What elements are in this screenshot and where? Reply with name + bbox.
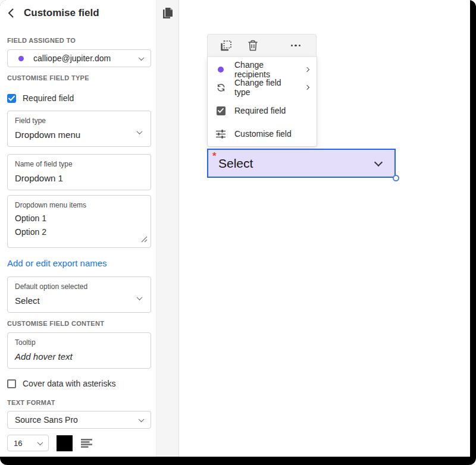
checkbox-checked-icon [7, 94, 16, 103]
default-option-select[interactable]: Default option selected Select [7, 277, 151, 313]
menu-item-change-field-type[interactable]: Change field type [208, 78, 317, 96]
copy-pages-icon[interactable] [160, 5, 176, 21]
chevron-down-icon [37, 439, 43, 445]
panel-header: Customise field [7, 0, 151, 20]
section-customise-field-type: CUSTOMISE FIELD TYPE [7, 74, 151, 81]
tooltip-placeholder: Add hover text [15, 351, 143, 362]
font-family-value: Source Sans Pro [15, 415, 78, 425]
font-size-value: 16 [14, 439, 22, 448]
recipient-color-dot [18, 56, 24, 61]
required-field-label: Required field [23, 93, 74, 103]
default-option-label: Default option selected [15, 282, 143, 291]
duplicate-selection-icon[interactable] [220, 39, 232, 52]
tooltip-input[interactable]: Tooltip Add hover text [7, 332, 151, 369]
menu-item-required-field[interactable]: Required field [208, 102, 317, 120]
field-name-input[interactable]: Name of field type Dropdown 1 [7, 154, 151, 190]
checked-checkbox-icon [215, 106, 226, 115]
cover-data-checkbox[interactable]: Cover data with asterisks [7, 379, 151, 388]
dropdown-field[interactable]: * Select [207, 149, 396, 178]
default-option-value: Select [15, 296, 143, 306]
checkbox-unchecked-icon [7, 379, 16, 388]
field-type-label: Field type [15, 117, 143, 125]
required-field-checkbox[interactable]: Required field [7, 93, 151, 103]
menu-item-label: Change recipients [234, 60, 297, 79]
font-style-row: 16 [7, 435, 151, 451]
required-marker: * [212, 150, 217, 162]
field-name-value: Dropdown 1 [15, 173, 143, 183]
section-field-assigned-to: FIELD ASSIGNED TO [7, 37, 151, 44]
menu-item-customise-field[interactable]: Customise field [208, 125, 317, 143]
recipient-select[interactable]: calliope@jupiter.dom [7, 49, 151, 67]
export-names-link[interactable]: Add or edit export names [7, 258, 151, 268]
customise-field-panel: Customise field FIELD ASSIGNED TO callio… [0, 0, 156, 457]
menu-items-textarea[interactable]: Dropdown menu items Option 1 Option 2 [7, 195, 151, 248]
font-family-select[interactable]: Source Sans Pro [7, 411, 151, 429]
dropdown-field-value: Select [218, 156, 253, 171]
menu-item-change-recipients[interactable]: Change recipients [208, 61, 317, 78]
screenshot-frame: Customise field FIELD ASSIGNED TO callio… [0, 0, 476, 465]
field-type-value: Dropdown menu [15, 130, 143, 140]
page-title: Customise field [24, 7, 99, 19]
chevron-down-icon [139, 416, 145, 422]
page-tool-strip [156, 0, 179, 457]
chevron-right-icon [305, 85, 309, 90]
font-size-select[interactable]: 16 [7, 435, 49, 451]
menu-item-option: Option 2 [15, 227, 143, 237]
resize-handle[interactable] [393, 175, 399, 181]
recipient-dot-icon [215, 67, 226, 73]
cover-data-label: Cover data with asterisks [23, 379, 115, 388]
context-menu: Change recipients Change field type [207, 56, 317, 147]
menu-items-label: Dropdown menu items [15, 201, 143, 209]
document-canvas: Change recipients Change field type [180, 0, 470, 457]
app-window: Customise field FIELD ASSIGNED TO callio… [0, 0, 470, 457]
field-toolbar [207, 34, 317, 57]
font-color-swatch[interactable] [57, 435, 73, 451]
section-text-format: TEXT FORMAT [7, 399, 151, 406]
trash-icon[interactable] [247, 39, 259, 52]
chevron-right-icon [305, 67, 309, 72]
more-options-icon[interactable] [290, 42, 302, 49]
recipient-value: calliope@jupiter.dom [33, 54, 111, 63]
chevron-down-icon [374, 158, 383, 166]
back-icon[interactable] [7, 8, 14, 18]
field-name-label: Name of field type [15, 160, 143, 168]
menu-item-label: Customise field [234, 129, 292, 139]
tooltip-label: Tooltip [15, 338, 143, 347]
align-left-icon[interactable] [81, 439, 93, 448]
menu-item-label: Change field type [234, 78, 297, 97]
sync-arrows-icon [215, 83, 226, 93]
section-customise-field-content: CUSTOMISE FIELD CONTENT [7, 320, 151, 327]
field-type-select[interactable]: Field type Dropdown menu [7, 111, 151, 147]
menu-item-option: Option 1 [15, 213, 143, 223]
sliders-icon [215, 129, 226, 139]
corner-grip-icon[interactable] [141, 234, 148, 245]
chevron-down-icon [139, 55, 145, 61]
menu-item-label: Required field [234, 106, 286, 115]
